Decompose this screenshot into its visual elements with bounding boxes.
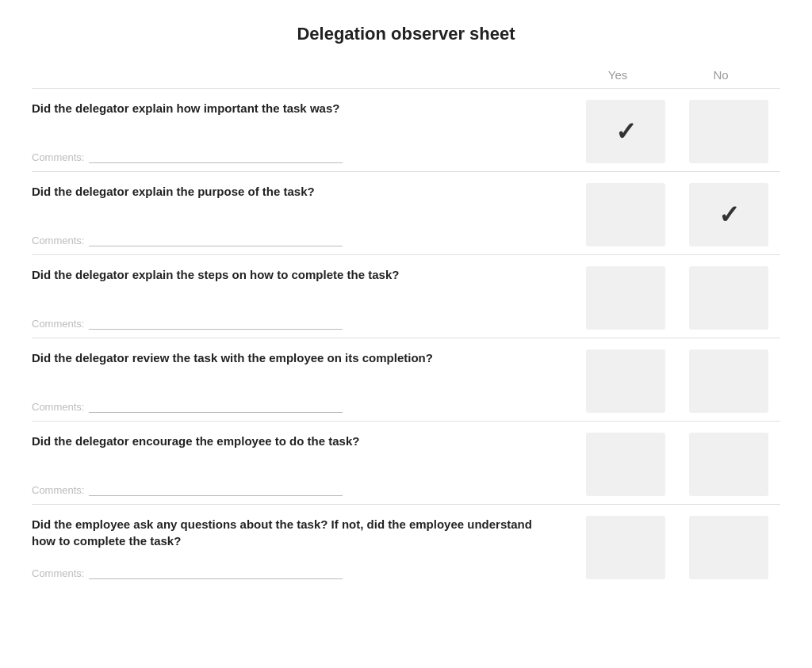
yes-column-header: Yes bbox=[566, 68, 669, 82]
comments-underline-3[interactable] bbox=[89, 317, 343, 330]
comments-label-5: Comments: bbox=[32, 484, 84, 496]
no-box-4[interactable] bbox=[689, 349, 768, 413]
no-col-5[interactable] bbox=[677, 433, 780, 496]
no-box-5[interactable] bbox=[689, 433, 768, 496]
question-content: Did the employee ask any questions about… bbox=[32, 516, 574, 579]
yes-col-6[interactable] bbox=[574, 516, 677, 579]
comments-underline-4[interactable] bbox=[89, 400, 343, 413]
question-text-1: Did the delegator explain how important … bbox=[32, 100, 558, 116]
no-col-6[interactable] bbox=[677, 516, 780, 579]
no-col-4[interactable] bbox=[677, 349, 780, 413]
yes-box-6[interactable] bbox=[586, 516, 665, 579]
no-column-header: No bbox=[669, 68, 772, 82]
comments-label-3: Comments: bbox=[32, 318, 84, 330]
comments-underline-1[interactable] bbox=[89, 151, 343, 163]
no-checkmark-2: ✓ bbox=[718, 200, 740, 230]
comments-line-6: Comments: bbox=[32, 567, 558, 579]
question-text-3: Did the delegator explain the steps on h… bbox=[32, 266, 558, 283]
comments-label-4: Comments: bbox=[32, 401, 84, 413]
question-content: Did the delegator explain the purpose of… bbox=[32, 183, 574, 246]
yes-col-2[interactable] bbox=[574, 183, 677, 246]
comments-underline-5[interactable] bbox=[89, 483, 343, 496]
yes-box-4[interactable] bbox=[586, 349, 665, 413]
page-title: Delegation observer sheet bbox=[32, 16, 780, 44]
question-content: Did the delegator explain how important … bbox=[32, 100, 574, 163]
yes-checkmark-1: ✓ bbox=[615, 116, 637, 147]
question-content: Did the delegator explain the steps on h… bbox=[32, 266, 574, 330]
question-content: Did the delegator encourage the employee… bbox=[32, 433, 574, 496]
questions-container: Did the delegator explain how important … bbox=[32, 88, 780, 587]
yes-col-1[interactable]: ✓ bbox=[574, 100, 677, 163]
no-col-2[interactable]: ✓ bbox=[677, 183, 780, 246]
comments-line-3: Comments: bbox=[32, 317, 558, 330]
comments-label-1: Comments: bbox=[32, 151, 84, 163]
comments-underline-6[interactable] bbox=[89, 567, 343, 579]
question-row: Did the delegator explain the steps on h… bbox=[32, 254, 780, 338]
question-text-5: Did the delegator encourage the employee… bbox=[32, 433, 558, 449]
yes-box-1[interactable]: ✓ bbox=[586, 100, 665, 163]
question-text-4: Did the delegator review the task with t… bbox=[32, 349, 558, 366]
question-row: Did the delegator explain how important … bbox=[32, 88, 780, 171]
question-row: Did the delegator explain the purpose of… bbox=[32, 171, 780, 254]
question-row: Did the delegator review the task with t… bbox=[32, 338, 780, 421]
question-row: Did the delegator encourage the employee… bbox=[32, 421, 780, 504]
yes-col-5[interactable] bbox=[574, 433, 677, 496]
yes-col-4[interactable] bbox=[574, 349, 677, 413]
yes-box-3[interactable] bbox=[586, 266, 665, 330]
yes-col-3[interactable] bbox=[574, 266, 677, 330]
no-col-3[interactable] bbox=[677, 266, 780, 330]
comments-line-4: Comments: bbox=[32, 400, 558, 413]
comments-line-5: Comments: bbox=[32, 483, 558, 496]
column-headers: Yes No bbox=[32, 68, 780, 82]
no-box-3[interactable] bbox=[689, 266, 768, 330]
yes-box-2[interactable] bbox=[586, 183, 665, 246]
question-content: Did the delegator review the task with t… bbox=[32, 349, 574, 413]
yes-box-5[interactable] bbox=[586, 433, 665, 496]
no-col-1[interactable] bbox=[677, 100, 780, 163]
question-text-6: Did the employee ask any questions about… bbox=[32, 516, 558, 549]
no-box-1[interactable] bbox=[689, 100, 768, 163]
question-row: Did the employee ask any questions about… bbox=[32, 504, 780, 587]
no-box-2[interactable]: ✓ bbox=[689, 183, 768, 246]
no-box-6[interactable] bbox=[689, 516, 768, 579]
question-text-2: Did the delegator explain the purpose of… bbox=[32, 183, 558, 200]
comments-line-2: Comments: bbox=[32, 234, 558, 246]
comments-label-6: Comments: bbox=[32, 567, 84, 579]
comments-line-1: Comments: bbox=[32, 151, 558, 163]
comments-underline-2[interactable] bbox=[89, 234, 343, 246]
comments-label-2: Comments: bbox=[32, 235, 84, 246]
